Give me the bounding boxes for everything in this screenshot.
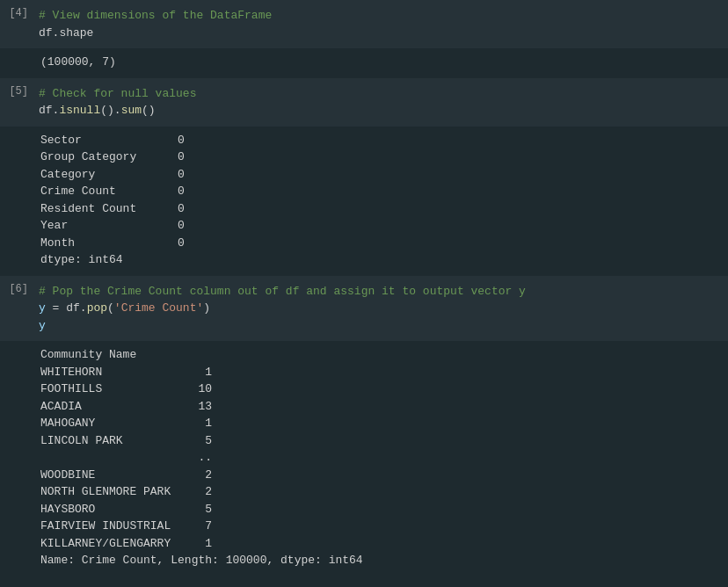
cell-6-comment: # Pop the Crime Count column out of df a…: [39, 285, 526, 298]
null-check-output: Sector 0 Group Category 0 Category 0 Cri…: [40, 134, 185, 267]
cell-4-number: [4]: [0, 5, 35, 43]
cell-6-number: [6]: [0, 281, 35, 337]
y-var-2: y: [39, 319, 46, 332]
isnull-func: isnull: [59, 104, 100, 117]
cell-4-output: (100000, 7): [0, 48, 728, 76]
cell-4-code: # View dimensions of the DataFrame df.sh…: [35, 5, 728, 43]
cell-5-code: # Check for null values df.isnull().sum(…: [35, 83, 728, 121]
sum-func: sum: [121, 104, 142, 117]
crime-count-string: 'Crime Count': [114, 301, 203, 315]
cell-5-input: [5] # Check for null values df.isnull().…: [0, 78, 728, 127]
cell-4-output-value: (100000, 7): [40, 55, 116, 69]
cell-4-line-1: df.shape: [39, 26, 93, 40]
cell-4: [4] # View dimensions of the DataFrame d…: [0, 0, 728, 76]
cell-6-code: # Pop the Crime Count column out of df a…: [35, 281, 728, 337]
series-output: Community Name WHITEHORN 1 FOOTHILLS 10 …: [40, 348, 363, 567]
cell-6-line-2: y: [39, 319, 46, 332]
cell-6-line-1: y = df.pop('Crime Count'): [39, 301, 210, 315]
cell-4-comment: # View dimensions of the DataFrame: [39, 9, 272, 22]
cell-6: [6] # Pop the Crime Count column out of …: [0, 276, 728, 575]
cell-5-output: Sector 0 Group Category 0 Category 0 Cri…: [0, 127, 728, 274]
cell-4-input: [4] # View dimensions of the DataFrame d…: [0, 0, 728, 48]
cell-6-output: Community Name WHITEHORN 1 FOOTHILLS 10 …: [0, 341, 728, 575]
cell-5-line-1: df.isnull().sum(): [39, 104, 156, 117]
cell-5: [5] # Check for null values df.isnull().…: [0, 78, 728, 274]
cell-6-input: [6] # Pop the Crime Count column out of …: [0, 276, 728, 342]
cell-5-comment: # Check for null values: [39, 87, 196, 100]
cell-5-number: [5]: [0, 83, 35, 121]
notebook: [4] # View dimensions of the DataFrame d…: [0, 0, 728, 575]
y-var: y: [39, 301, 46, 315]
pop-func: pop: [87, 301, 107, 315]
